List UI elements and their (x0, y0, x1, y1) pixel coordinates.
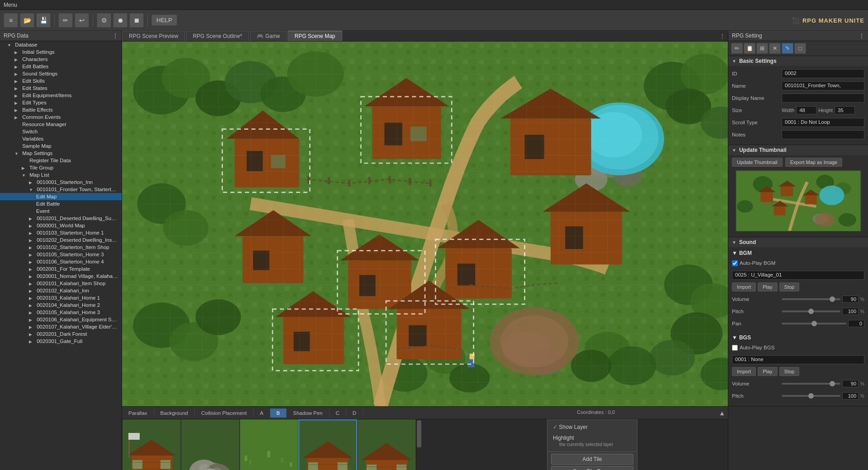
tree-item-map-0010103[interactable]: ▶ 0010103_Starterton_Home 1 (0, 229, 122, 236)
menu-add-tile[interactable]: Add Tile (551, 454, 633, 465)
tree-item-map-0010105[interactable]: ▶ 0010105_Starterton_Home 3 (0, 251, 122, 258)
bgs-stop-btn[interactable]: Stop (779, 367, 800, 376)
export-map-btn[interactable]: Export Map as Image (785, 158, 843, 167)
tree-item-edit-battles[interactable]: ▶ Edit Battles (0, 63, 122, 70)
tile-4[interactable] (298, 419, 357, 470)
toolbar-menu-btn[interactable]: ≡ (4, 13, 18, 28)
sound-header[interactable]: ▼ Sound (728, 237, 868, 247)
tree-item-edit-map[interactable]: Edit Map (0, 193, 122, 200)
tab-game[interactable]: 🎮Game (250, 31, 287, 41)
bgm-import-btn[interactable]: Import (732, 282, 756, 291)
tree-item-map-0010001[interactable]: ▶ 0010001_Starterton_Inn (0, 179, 122, 186)
layer-tab-shadow-pen[interactable]: Shadow Pen (287, 409, 329, 418)
bgm-autoplay-label[interactable]: Auto-Play BGM (732, 260, 775, 266)
setting-btn-erase[interactable]: □ (794, 43, 806, 54)
tree-item-database[interactable]: ▼ Database (0, 41, 122, 48)
setting-display-name-value[interactable] (782, 94, 864, 103)
tree-item-resource-manager[interactable]: Resource Manager (0, 121, 122, 128)
tree-item-map-0010102[interactable]: ▶ 0010102_Starterton_Item Shop (0, 244, 122, 251)
tab-scene-preview[interactable]: RPG Scene Preview (122, 31, 185, 41)
toolbar-record-btn[interactable]: ⏺ (113, 13, 127, 28)
setting-btn-delete[interactable]: ✕ (769, 43, 781, 54)
setting-width-input[interactable] (796, 106, 816, 114)
bgs-autoplay-checkbox[interactable] (732, 345, 738, 351)
setting-btn-edit[interactable]: ✎ (782, 43, 793, 54)
tree-item-map-0020101[interactable]: ▶ 0020101_Kalahari_Item Shop (0, 280, 122, 287)
tree-item-sound-settings[interactable]: ▶ Sound Settings (0, 70, 122, 77)
tree-item-edit-equipment[interactable]: ▶ Edit Equipment/Items (0, 92, 122, 99)
toolbar-edit-btn[interactable]: ✏ (58, 13, 73, 28)
layer-tab-a[interactable]: A (254, 409, 270, 418)
layer-tab-background[interactable]: Background (154, 409, 195, 418)
setting-notes-value[interactable] (782, 130, 864, 139)
bgs-pitch-slider[interactable] (782, 395, 840, 397)
tree-item-map-0000001[interactable]: ▶ 0000001_World Map (0, 222, 122, 229)
tree-item-event[interactable]: Event (0, 207, 122, 215)
tree-item-edit-skills[interactable]: ▶ Edit Skills (0, 77, 122, 85)
tiles-scrollbar-thumb[interactable] (417, 420, 421, 447)
toolbar-stop-btn[interactable]: ⏹ (129, 13, 144, 28)
bottom-area-collapse[interactable]: ▲ (719, 409, 725, 417)
setting-btn-copy[interactable]: 📋 (744, 43, 755, 54)
tree-item-map-0020107[interactable]: ▶ 0020107_Kalahari_Village Elder's Hor (0, 323, 122, 330)
menu-save-tile-group[interactable]: Save Tile Group (551, 466, 633, 470)
bgm-pitch-slider[interactable] (782, 310, 840, 312)
menu-show-layer[interactable]: Show Layer (547, 422, 637, 432)
bgs-volume-slider[interactable] (782, 383, 840, 385)
left-panel-menu-icon[interactable]: ⋮ (113, 33, 118, 39)
tree-item-map-0020106[interactable]: ▶ 0020106_Kalahari_Equipment Shop (0, 316, 122, 323)
update-thumbnail-btn[interactable]: Update Thumbnail (732, 158, 783, 167)
tree-item-map-0010106[interactable]: ▶ 0010106_Starterton_Home 4 (0, 258, 122, 265)
tree-item-map-0020301[interactable]: ▶ 0020301_Gate_Full (0, 338, 122, 345)
tree-item-map-0020104[interactable]: ▶ 0020104_Kalahari_Home 2 (0, 301, 122, 309)
center-panel-menu[interactable]: ⋮ (717, 31, 728, 41)
toolbar-save-btn[interactable]: 💾 (36, 13, 51, 28)
bgs-play-btn[interactable]: Play (758, 367, 777, 376)
setting-btn-pencil[interactable]: ✏ (731, 43, 743, 54)
bgm-volume-slider[interactable] (782, 298, 840, 300)
layer-tab-c[interactable]: C (330, 409, 346, 418)
basic-settings-header[interactable]: ▼ Basic Settings (728, 56, 868, 66)
bgm-play-btn[interactable]: Play (758, 282, 777, 291)
tab-scene-outline[interactable]: RPG Scene Outline* (186, 31, 249, 41)
tab-scene-map[interactable]: RPG Scene Map (288, 31, 342, 41)
map-canvas[interactable] (122, 42, 728, 406)
right-panel-menu[interactable]: ⋮ (859, 33, 864, 39)
toolbar-settings-btn[interactable]: ⚙ (97, 13, 111, 28)
bgs-import-btn[interactable]: Import (732, 367, 756, 376)
bgm-autoplay-checkbox[interactable] (732, 260, 738, 266)
bgm-pan-slider[interactable] (782, 323, 846, 324)
setting-scroll-type-value[interactable]: 0001 : Do Not Loop (782, 118, 864, 127)
tree-item-map-0020201[interactable]: ▶ 0020201_Dark Forest (0, 330, 122, 338)
tree-item-register-tile[interactable]: Register Tile Data (0, 157, 122, 164)
tree-container[interactable]: ▼ Database ▶ Initial Settings ▶ Characte… (0, 41, 122, 470)
tree-item-variables[interactable]: Variables (0, 135, 122, 142)
tree-item-map-0002001[interactable]: ▶ 0002001_For Template (0, 265, 122, 273)
tile-3[interactable] (240, 419, 298, 470)
tree-item-characters[interactable]: ▶ Characters (0, 56, 122, 63)
tree-item-sample-map[interactable]: Sample Map (0, 142, 122, 150)
tree-item-edit-states[interactable]: ▶ Edit States (0, 85, 122, 92)
layer-tab-collision[interactable]: Collision Placement (195, 409, 254, 418)
tree-item-map-0010201[interactable]: ▶ 0010201_Deserted Dwelling_Surrou (0, 215, 122, 222)
tree-item-map-0020103[interactable]: ▶ 0020103_Kalahari_Home 1 (0, 294, 122, 301)
setting-btn-grid[interactable]: ⊞ (756, 43, 768, 54)
tile-5[interactable] (357, 419, 416, 470)
layer-tab-d[interactable]: D (346, 409, 363, 418)
tree-item-edit-battle[interactable]: Edit Battle (0, 200, 122, 207)
toolbar-open-btn[interactable]: 📂 (20, 13, 34, 28)
menu-label[interactable]: Menu (4, 2, 17, 8)
tree-item-map-0010101[interactable]: ▼ 0010101_Frontier Town, Starterton_F (0, 186, 122, 193)
tree-item-map-0020001[interactable]: ▶ 0020001_Nomad Village, Kalahari_Fu (0, 273, 122, 280)
tree-item-map-0010202[interactable]: ▶ 0010202_Deserted Dwelling_Inside (0, 236, 122, 244)
tree-item-tile-group[interactable]: ▶ Tile Group (0, 164, 122, 171)
tree-item-map-list[interactable]: ▼ Map List (0, 171, 122, 179)
tree-item-map-settings[interactable]: ▼ Map Settings (0, 150, 122, 157)
toolbar-help-btn[interactable]: HELP (151, 14, 177, 26)
toolbar-undo-btn[interactable]: ↩ (75, 13, 89, 28)
tree-item-battle-effects[interactable]: ▶ Battle Effects (0, 106, 122, 113)
tree-item-edit-types[interactable]: ▶ Edit Types (0, 99, 122, 106)
layer-tab-b[interactable]: B (270, 409, 287, 418)
tile-2[interactable] (181, 419, 240, 470)
bgm-stop-btn[interactable]: Stop (779, 282, 800, 291)
